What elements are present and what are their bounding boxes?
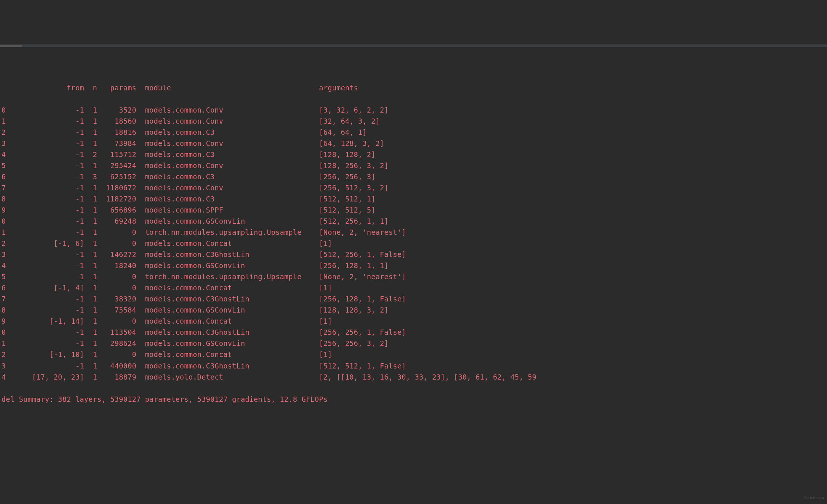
table-row: 4 -1 1 18240 models.common.GSConvLin [25… xyxy=(1,260,827,271)
table-row: 3 -1 1 440000 models.common.C3GhostLin [… xyxy=(1,360,827,371)
table-row: 4 [17, 20, 23] 1 18879 models.yolo.Detec… xyxy=(1,371,827,383)
table-row: 8 -1 1 75584 models.common.GSConvLin [12… xyxy=(1,304,827,316)
table-row: 1 -1 1 18560 models.common.Conv [32, 64,… xyxy=(1,116,827,127)
model-summary: del Summary: 382 layers, 5390127 paramet… xyxy=(1,394,827,405)
table-row: 0 -1 1 3520 models.common.Conv [3, 32, 6… xyxy=(1,104,827,116)
table-body: 0 -1 1 3520 models.common.Conv [3, 32, 6… xyxy=(1,104,827,382)
table-row: 7 -1 1 1180672 models.common.Conv [256, … xyxy=(1,182,827,193)
table-row: 5 -1 1 295424 models.common.Conv [128, 2… xyxy=(1,160,827,171)
table-row: 7 -1 1 38320 models.common.C3GhostLin [2… xyxy=(1,293,827,304)
table-row: 6 [-1, 4] 1 0 models.common.Concat [1] xyxy=(1,282,827,293)
tab-bar xyxy=(0,44,827,47)
table-row: 9 [-1, 14] 1 0 models.common.Concat [1] xyxy=(1,316,827,327)
table-row: 4 -1 2 115712 models.common.C3 [128, 128… xyxy=(1,149,827,160)
table-row: 6 -1 3 625152 models.common.C3 [256, 256… xyxy=(1,171,827,182)
active-tab-indicator[interactable] xyxy=(0,45,22,47)
table-row: 3 -1 1 73984 models.common.Conv [64, 128… xyxy=(1,138,827,149)
table-row: 2 -1 1 18816 models.common.C3 [64, 64, 1… xyxy=(1,127,827,138)
table-row: 1 -1 1 0 torch.nn.modules.upsampling.Ups… xyxy=(1,227,827,238)
table-row: 0 -1 1 69248 models.common.GSConvLin [51… xyxy=(1,216,827,227)
table-row: 2 [-1, 6] 1 0 models.common.Concat [1] xyxy=(1,238,827,249)
table-row: 9 -1 1 656896 models.common.SPPF [512, 5… xyxy=(1,204,827,216)
table-row: 3 -1 1 146272 models.common.C3GhostLin [… xyxy=(1,249,827,260)
table-header: from n params module arguments xyxy=(1,82,827,93)
table-row: 5 -1 1 0 torch.nn.modules.upsampling.Ups… xyxy=(1,271,827,282)
table-row: 2 [-1, 10] 1 0 models.common.Concat [1] xyxy=(1,349,827,360)
terminal-output: from n params module arguments 0 -1 1 35… xyxy=(0,70,827,415)
table-row: 8 -1 1 1182720 models.common.C3 [512, 51… xyxy=(1,193,827,204)
table-row: 0 -1 1 113504 models.common.C3GhostLin [… xyxy=(1,327,827,338)
table-row: 1 -1 1 298624 models.common.GSConvLin [2… xyxy=(1,338,827,349)
